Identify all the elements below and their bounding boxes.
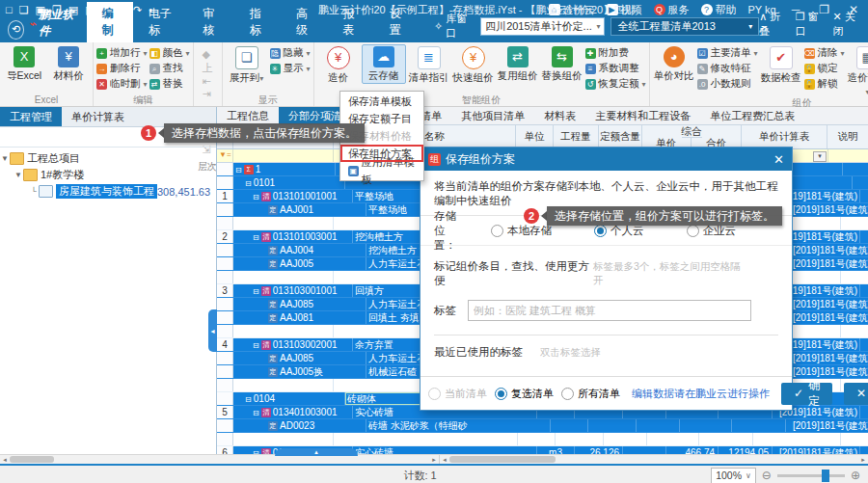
scope-radio[interactable]: 所有清单 xyxy=(561,387,620,401)
color-button[interactable]: ◧颜色▾ xyxy=(149,45,190,61)
tree-item-building[interactable]: ▼ 1#教学楼 xyxy=(0,167,216,183)
expand-box-icon[interactable]: ⊟ xyxy=(253,409,259,417)
clear-button[interactable]: ⌫清除▾ xyxy=(804,45,845,61)
surcharge-button[interactable]: ✚附加费 xyxy=(585,45,646,61)
ribbon-tab[interactable]: 电子标 xyxy=(133,2,187,42)
zoom-in-icon[interactable]: ⊕ xyxy=(851,469,860,482)
expand-box-icon[interactable]: ⊟ xyxy=(235,166,242,174)
list-library-dropdown[interactable]: 全统工程量清单2013▾ xyxy=(610,17,759,36)
open-file-icon[interactable]: ❏ xyxy=(19,4,29,16)
scroll-right-icon[interactable]: ▸ xyxy=(858,455,868,464)
ribbon-tab[interactable]: 编制 xyxy=(87,2,133,42)
dialog-title-bar[interactable]: 组 保存组价方案 ✕ xyxy=(420,148,792,171)
col-composite[interactable]: 综合 单价 合价 xyxy=(642,125,742,148)
back-button[interactable]: ⟲ xyxy=(8,20,24,40)
row-type-icon xyxy=(261,192,271,201)
panel-collapse-handle[interactable]: ◂ xyxy=(208,309,217,352)
expand-box-icon[interactable]: ⊟ xyxy=(253,341,259,350)
expand-box-icon[interactable]: ⊟ xyxy=(253,193,259,201)
lock-button[interactable]: 🔒锁定 xyxy=(804,61,845,76)
left-hscrollbar[interactable]: ◂ ▸ xyxy=(0,455,440,464)
dialog-close-button[interactable]: ✕关闭 xyxy=(844,383,868,405)
col-unit[interactable]: 单位 xyxy=(516,125,554,148)
material-price-button[interactable]: ¥材料价 xyxy=(47,44,90,83)
content-tab[interactable]: 其他项目清单 xyxy=(451,107,534,124)
scroll-thumb[interactable] xyxy=(449,456,556,463)
delete-row-button[interactable]: →删除行 xyxy=(96,61,148,76)
col-quota-content[interactable]: 定额含量 xyxy=(599,125,642,148)
scroll-left-icon[interactable]: ◂ xyxy=(440,455,449,464)
tree-item-root[interactable]: ▼ 工程总项目 xyxy=(0,150,216,167)
quick-pricing-button[interactable]: ¥快速组价 xyxy=(452,44,495,85)
col-calc-table[interactable]: 单价计算表 xyxy=(742,125,827,148)
unlock-icon: 🔓 xyxy=(804,79,815,90)
replace-pricing-button[interactable]: ⇆替换组价 xyxy=(541,44,583,83)
new-file-icon[interactable]: □ xyxy=(6,4,13,16)
expand-box-icon[interactable]: ⊟ xyxy=(245,395,252,404)
zoom-level-dropdown[interactable]: 100%∨ xyxy=(711,468,756,483)
main-list-button[interactable]: ☑主要清单▾ xyxy=(697,45,758,61)
menu-item[interactable]: ▣应用清单模板 xyxy=(340,162,423,179)
export-excel-button[interactable]: X导Excel xyxy=(3,44,45,83)
window-menu-button[interactable]: ❐ 窗口 xyxy=(796,10,824,39)
dialog-icon: 组 xyxy=(428,153,441,166)
zoom-slider[interactable] xyxy=(777,474,845,477)
cloud-storage-button[interactable]: ☁云存储 xyxy=(362,44,406,84)
add-row-button[interactable]: +增加行▾ xyxy=(96,45,148,61)
coefficient-adjust-button[interactable]: ≡系数调整 xyxy=(585,61,646,76)
data-check-button[interactable]: ✔数据检查 xyxy=(760,44,802,85)
menu-item[interactable]: ▣保存清单模板 xyxy=(340,93,423,110)
left-panel-tab[interactable]: 单价计算表 xyxy=(62,107,134,126)
cloud-edit-link[interactable]: 编辑数据请在鹏业云进行操作 xyxy=(632,387,770,401)
content-tab[interactable]: 单位工程费汇总表 xyxy=(700,107,804,124)
col-qty[interactable]: 工程量 xyxy=(554,125,599,148)
scroll-thumb[interactable] xyxy=(10,456,54,463)
content-tab[interactable]: 主要材料和工程设备 xyxy=(585,107,700,124)
replace-button[interactable]: ⇄替换 xyxy=(149,76,190,92)
scroll-left-icon[interactable]: ◂ xyxy=(0,455,10,464)
modify-feature-button[interactable]: ✎修改特征 xyxy=(697,61,758,76)
scope-radio[interactable]: 复选清单 xyxy=(495,387,554,401)
left-panel-tab[interactable]: 工程管理 xyxy=(0,107,62,126)
zoom-out-icon[interactable]: ⊖ xyxy=(762,469,772,482)
dialog-close-icon[interactable]: ✕ xyxy=(773,152,784,167)
expand-box-icon[interactable]: ⊟ xyxy=(245,179,252,188)
expand-to-button[interactable]: ❏展开到▾ xyxy=(226,44,268,85)
find-button[interactable]: ⌕查找 xyxy=(149,61,190,76)
expand-box-icon[interactable]: ⊟ xyxy=(253,233,259,242)
quota-library-dropdown[interactable]: 四川2015清单计价定...▾ xyxy=(480,17,605,36)
tag-input[interactable] xyxy=(468,300,751,321)
display-button[interactable]: ✳显示▾ xyxy=(270,61,311,76)
move-up-button[interactable]: ◆ 上 ⇤ ⇥ xyxy=(203,48,213,100)
scroll-right-icon[interactable]: ▸ xyxy=(429,455,439,464)
collapse-ribbon-button[interactable]: ∧ 折叠 xyxy=(759,10,785,39)
content-tab[interactable]: 工程信息 xyxy=(217,107,279,124)
tree-item-unit-project[interactable]: └ 房屋建筑与装饰工程 308,451.63 xyxy=(0,183,216,200)
table-row[interactable]: AD0023 砖墙 水泥砂浆（特细砂 [2019]181号(建筑) xyxy=(217,419,868,433)
pricing-button[interactable]: ¥造价 xyxy=(317,44,360,85)
close-document-button[interactable]: ✕ 关闭 xyxy=(833,10,860,39)
reuse-pricing-button[interactable]: ⇄复用组价 xyxy=(497,44,539,83)
col-note[interactable]: 说明 xyxy=(827,125,868,148)
hide-button[interactable]: 隐隐藏▾ xyxy=(270,45,311,61)
bottom-panel-collapse-handle[interactable]: ▲ xyxy=(275,448,358,456)
unit-price-compare-button[interactable]: ◕单价对比 xyxy=(653,44,695,83)
list-guide-button[interactable]: ≣清单指引 xyxy=(408,44,450,85)
app-logo[interactable]: ⌁鹏业软件 xyxy=(28,7,76,40)
expand-box-icon[interactable]: ⊟ xyxy=(253,287,259,296)
restore-quota-button[interactable]: ↺恢复定额▾ xyxy=(585,76,646,92)
filter-icon: ▼= xyxy=(217,150,231,159)
ribbon-tab[interactable]: 指标 xyxy=(234,2,281,42)
unlock-button[interactable]: 🔓解锁 xyxy=(804,76,845,92)
main-hscrollbar[interactable]: ◂ ▸ xyxy=(440,455,868,464)
confirm-button[interactable]: ✓确定 xyxy=(781,383,832,405)
filter-dropdown-icon[interactable]: ▾ xyxy=(813,151,827,162)
scope-radio[interactable]: 当前清单 xyxy=(428,387,487,401)
zoom-slider-thumb[interactable] xyxy=(822,470,829,482)
decimal-rule-button[interactable]: .0小数规则 xyxy=(697,76,758,92)
temp-delete-button[interactable]: ✕临时删▾ xyxy=(96,76,148,92)
cost-adjust-button[interactable]: ▦造价调整▾ xyxy=(847,44,868,96)
ribbon-tab[interactable]: 审核 xyxy=(188,2,234,42)
content-tab[interactable]: 材料表 xyxy=(534,107,585,124)
table-row[interactable] xyxy=(217,433,868,446)
